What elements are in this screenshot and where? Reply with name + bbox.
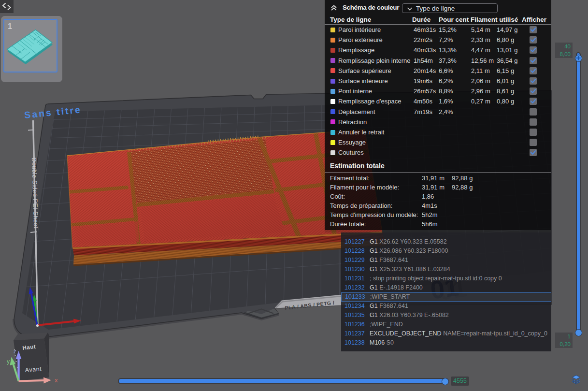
svg-text:z: z	[14, 348, 16, 355]
svg-text:Avant: Avant	[25, 365, 42, 374]
svg-text:x: x	[55, 377, 58, 384]
svg-text:y: y	[7, 358, 10, 365]
